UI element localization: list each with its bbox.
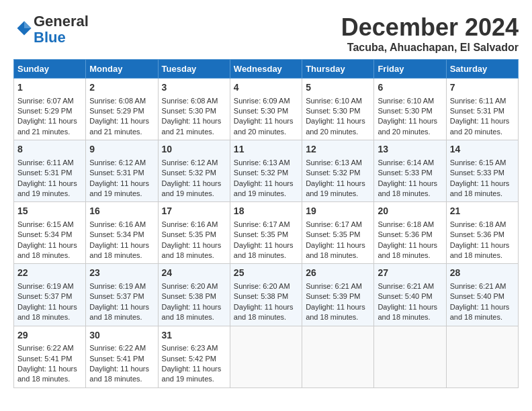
col-saturday: Saturday (446, 60, 518, 79)
calendar-week-row: 22Sunrise: 6:19 AM Sunset: 5:37 PM Dayli… (14, 264, 519, 326)
day-info: Sunrise: 6:08 AM Sunset: 5:29 PM Dayligh… (89, 97, 149, 136)
calendar-cell: 1Sunrise: 6:07 AM Sunset: 5:29 PM Daylig… (14, 79, 86, 140)
weekday-header-row: Sunday Monday Tuesday Wednesday Thursday… (14, 60, 519, 79)
day-number: 28 (450, 267, 515, 280)
day-info: Sunrise: 6:07 AM Sunset: 5:29 PM Dayligh… (17, 97, 77, 136)
day-info: Sunrise: 6:23 AM Sunset: 5:42 PM Dayligh… (162, 344, 222, 383)
day-info: Sunrise: 6:14 AM Sunset: 5:33 PM Dayligh… (378, 158, 437, 197)
calendar-week-row: 1Sunrise: 6:07 AM Sunset: 5:29 PM Daylig… (14, 79, 519, 140)
col-sunday: Sunday (14, 60, 86, 79)
calendar-cell: 7Sunrise: 6:11 AM Sunset: 5:31 PM Daylig… (446, 79, 518, 140)
day-info: Sunrise: 6:17 AM Sunset: 5:35 PM Dayligh… (306, 220, 365, 259)
svg-marker-1 (24, 21, 32, 29)
calendar-cell: 23Sunrise: 6:19 AM Sunset: 5:37 PM Dayli… (86, 264, 158, 326)
day-number: 12 (306, 143, 370, 156)
day-number: 24 (162, 267, 226, 280)
day-number: 2 (89, 81, 154, 95)
day-number: 13 (378, 143, 442, 156)
calendar-cell: 9Sunrise: 6:12 AM Sunset: 5:31 PM Daylig… (86, 140, 158, 202)
day-info: Sunrise: 6:09 AM Sunset: 5:30 PM Dayligh… (234, 97, 294, 136)
day-number: 30 (89, 329, 154, 342)
day-info: Sunrise: 6:22 AM Sunset: 5:41 PM Dayligh… (89, 344, 149, 383)
logo-text: General Blue (34, 13, 89, 46)
logo-icon (15, 19, 34, 38)
day-info: Sunrise: 6:18 AM Sunset: 5:36 PM Dayligh… (378, 220, 437, 259)
day-info: Sunrise: 6:11 AM Sunset: 5:31 PM Dayligh… (450, 97, 510, 136)
calendar-cell (302, 326, 374, 387)
day-info: Sunrise: 6:17 AM Sunset: 5:35 PM Dayligh… (234, 220, 294, 259)
calendar-cell: 26Sunrise: 6:21 AM Sunset: 5:39 PM Dayli… (302, 264, 374, 326)
calendar-week-row: 29Sunrise: 6:22 AM Sunset: 5:41 PM Dayli… (14, 326, 519, 387)
calendar-cell: 27Sunrise: 6:21 AM Sunset: 5:40 PM Dayli… (374, 264, 446, 326)
day-info: Sunrise: 6:18 AM Sunset: 5:36 PM Dayligh… (450, 220, 510, 259)
day-info: Sunrise: 6:16 AM Sunset: 5:35 PM Dayligh… (162, 220, 222, 259)
day-info: Sunrise: 6:20 AM Sunset: 5:38 PM Dayligh… (162, 282, 222, 321)
day-number: 17 (162, 205, 226, 218)
calendar-cell: 5Sunrise: 6:10 AM Sunset: 5:30 PM Daylig… (302, 79, 374, 140)
day-info: Sunrise: 6:15 AM Sunset: 5:34 PM Dayligh… (17, 220, 77, 259)
calendar-week-row: 8Sunrise: 6:11 AM Sunset: 5:31 PM Daylig… (14, 140, 519, 202)
month-title: December 2024 (341, 13, 519, 42)
day-number: 9 (89, 143, 154, 156)
day-number: 20 (378, 205, 442, 218)
calendar-cell: 14Sunrise: 6:15 AM Sunset: 5:33 PM Dayli… (446, 140, 518, 202)
calendar-cell: 2Sunrise: 6:08 AM Sunset: 5:29 PM Daylig… (86, 79, 158, 140)
calendar-cell: 17Sunrise: 6:16 AM Sunset: 5:35 PM Dayli… (158, 202, 230, 264)
day-number: 31 (162, 329, 226, 342)
day-info: Sunrise: 6:16 AM Sunset: 5:34 PM Dayligh… (89, 220, 149, 259)
calendar-cell: 31Sunrise: 6:23 AM Sunset: 5:42 PM Dayli… (158, 326, 230, 387)
day-number: 8 (17, 143, 82, 156)
calendar-cell: 28Sunrise: 6:21 AM Sunset: 5:40 PM Dayli… (446, 264, 518, 326)
day-info: Sunrise: 6:10 AM Sunset: 5:30 PM Dayligh… (378, 97, 437, 136)
day-number: 4 (234, 81, 298, 95)
calendar-cell: 13Sunrise: 6:14 AM Sunset: 5:33 PM Dayli… (374, 140, 446, 202)
calendar-table: Sunday Monday Tuesday Wednesday Thursday… (13, 59, 519, 388)
calendar-cell: 30Sunrise: 6:22 AM Sunset: 5:41 PM Dayli… (86, 326, 158, 387)
calendar-cell: 4Sunrise: 6:09 AM Sunset: 5:30 PM Daylig… (230, 79, 302, 140)
day-number: 1 (17, 81, 82, 95)
col-friday: Friday (374, 60, 446, 79)
logo: General Blue (13, 13, 89, 46)
day-number: 22 (17, 267, 82, 280)
calendar-cell: 12Sunrise: 6:13 AM Sunset: 5:32 PM Dayli… (302, 140, 374, 202)
calendar-cell: 22Sunrise: 6:19 AM Sunset: 5:37 PM Dayli… (14, 264, 86, 326)
day-number: 16 (89, 205, 154, 218)
day-number: 14 (450, 143, 515, 156)
day-number: 15 (17, 205, 82, 218)
calendar-cell: 29Sunrise: 6:22 AM Sunset: 5:41 PM Dayli… (14, 326, 86, 387)
day-number: 5 (306, 81, 370, 95)
day-number: 19 (306, 205, 370, 218)
calendar-cell: 11Sunrise: 6:13 AM Sunset: 5:32 PM Dayli… (230, 140, 302, 202)
calendar-cell: 6Sunrise: 6:10 AM Sunset: 5:30 PM Daylig… (374, 79, 446, 140)
calendar-cell: 25Sunrise: 6:20 AM Sunset: 5:38 PM Dayli… (230, 264, 302, 326)
title-block: December 2024 Tacuba, Ahuachapan, El Sal… (341, 13, 519, 54)
calendar-cell: 15Sunrise: 6:15 AM Sunset: 5:34 PM Dayli… (14, 202, 86, 264)
day-info: Sunrise: 6:15 AM Sunset: 5:33 PM Dayligh… (450, 158, 510, 197)
day-info: Sunrise: 6:21 AM Sunset: 5:39 PM Dayligh… (306, 282, 365, 321)
page-header: General Blue December 2024 Tacuba, Ahuac… (13, 13, 519, 54)
calendar-cell: 10Sunrise: 6:12 AM Sunset: 5:32 PM Dayli… (158, 140, 230, 202)
calendar-week-row: 15Sunrise: 6:15 AM Sunset: 5:34 PM Dayli… (14, 202, 519, 264)
day-number: 10 (162, 143, 226, 156)
day-number: 3 (162, 81, 226, 95)
day-number: 29 (17, 329, 82, 342)
day-info: Sunrise: 6:13 AM Sunset: 5:32 PM Dayligh… (306, 158, 365, 197)
day-info: Sunrise: 6:21 AM Sunset: 5:40 PM Dayligh… (450, 282, 510, 321)
day-info: Sunrise: 6:22 AM Sunset: 5:41 PM Dayligh… (17, 344, 77, 383)
calendar-cell: 16Sunrise: 6:16 AM Sunset: 5:34 PM Dayli… (86, 202, 158, 264)
day-info: Sunrise: 6:19 AM Sunset: 5:37 PM Dayligh… (89, 282, 149, 321)
day-info: Sunrise: 6:20 AM Sunset: 5:38 PM Dayligh… (234, 282, 294, 321)
location: Tacuba, Ahuachapan, El Salvador (341, 42, 519, 54)
calendar-cell: 20Sunrise: 6:18 AM Sunset: 5:36 PM Dayli… (374, 202, 446, 264)
logo-blue: Blue (34, 29, 66, 46)
day-info: Sunrise: 6:11 AM Sunset: 5:31 PM Dayligh… (17, 158, 77, 197)
calendar-cell: 24Sunrise: 6:20 AM Sunset: 5:38 PM Dayli… (158, 264, 230, 326)
day-number: 11 (234, 143, 298, 156)
logo-general: General (34, 13, 89, 30)
day-info: Sunrise: 6:13 AM Sunset: 5:32 PM Dayligh… (234, 158, 294, 197)
day-number: 7 (450, 81, 515, 95)
day-number: 18 (234, 205, 298, 218)
day-number: 25 (234, 267, 298, 280)
calendar-cell (446, 326, 518, 387)
day-info: Sunrise: 6:08 AM Sunset: 5:30 PM Dayligh… (162, 97, 222, 136)
